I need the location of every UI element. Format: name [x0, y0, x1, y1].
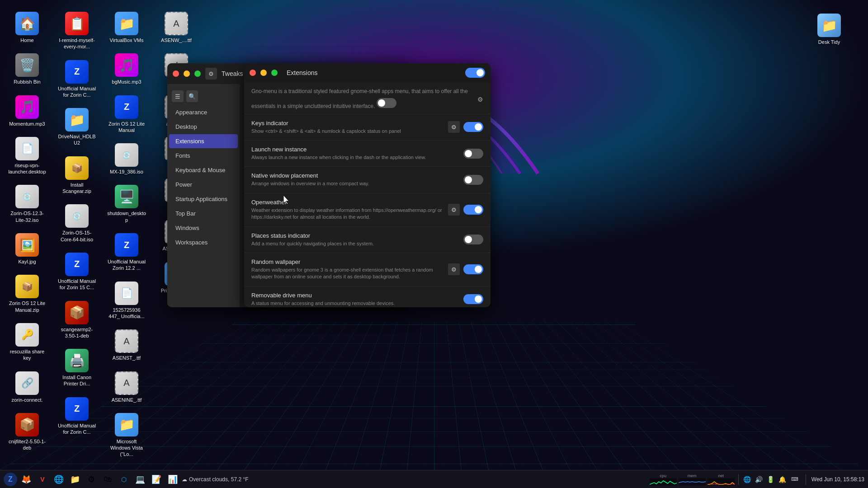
ext-gear-keys-indicator[interactable]: ⚙ [448, 121, 460, 133]
taskbar-system-monitor[interactable]: 📊 [165, 472, 180, 487]
sidebar-item-startup-applications[interactable]: Startup Applications [169, 192, 238, 206]
virtualbox-label: VirtualBox VMs [110, 37, 144, 43]
desktop-icon-zorin15-iso[interactable]: 💿 Zorin-OS-15-Core-64-bit.iso [54, 202, 99, 245]
tweaks-minimize-button[interactable] [184, 70, 190, 77]
unofficial3-label: Unofficial Manual for Zorin C... [57, 422, 97, 436]
ext-desc-launch-new-instance: Always launch a new instance when clicki… [251, 154, 459, 161]
desktop-icon-unofficial2[interactable]: Z Unofficial Manual for Zorin 15 C... [54, 250, 99, 294]
zorin12-manual-icon: 📦 [15, 275, 39, 298]
extensions-minimize-button[interactable] [260, 70, 267, 76]
tweaks-close-button[interactable] [173, 70, 179, 77]
tweaks-search-icon[interactable]: 🔍 [186, 90, 198, 102]
desktop-icon-shutdown[interactable]: 🖥️ shutdown_desktop [104, 182, 149, 226]
desk-tidy-desktop-icon[interactable]: 📁 Desk Tidy [817, 14, 841, 45]
sidebar-item-keyboard-mouse[interactable]: Keyboard & Mouse [169, 163, 238, 177]
taskbar-clock[interactable]: Wed Jun 10, 15:58:13 [811, 476, 864, 483]
desktop-icon-virtualbox[interactable]: 📁 VirtualBox VMs [104, 9, 149, 46]
desktop-icon-kayl[interactable]: 🖼️ Kayl.jpg [5, 230, 50, 267]
taskbar-text-editor[interactable]: 📝 [149, 472, 164, 487]
ext-toggle-places-status[interactable] [463, 235, 483, 244]
sidebar-item-extensions[interactable]: Extensions [169, 134, 238, 148]
desktop-icon-asenine-ttf[interactable]: A ASENINE_.ttf [104, 369, 149, 406]
extensions-close-button[interactable] [250, 70, 256, 76]
desktop-icon-zorin12-manual[interactable]: 📦 Zorin OS 12 Lite Manual.zip [5, 272, 50, 316]
desktop-icon-scangearmp[interactable]: 📦 scangearmp2-3.50-1-deb [54, 298, 99, 342]
sidebar-item-top-bar[interactable]: Top Bar [169, 206, 238, 221]
desktop-icon-zorin12-lite[interactable]: Z Zorin OS 12 Lite Manual [104, 93, 149, 136]
zorin-connect-icon: 🔗 [15, 371, 39, 395]
zorin-iso-icon: 💿 [15, 185, 39, 208]
network-tray-icon[interactable]: 🌐 [742, 474, 752, 484]
sidebar-item-fonts[interactable]: Fonts [169, 149, 238, 163]
ext-toggle-removable-drive[interactable] [463, 294, 483, 304]
desktop-icon-asenst-ttf[interactable]: A ASENST_.ttf [104, 327, 149, 364]
taskbar-virtualbox[interactable]: ⬡ [117, 472, 131, 487]
desktop-icon-cnijfilter[interactable]: 📦 cnijfilter2-5.50-1-deb [5, 410, 50, 454]
ext-toggle-launch-new-instance[interactable] [463, 149, 483, 159]
desktop-icon-mx19[interactable]: 💿 MX-19_386.iso [104, 141, 149, 178]
ext-item-launch-new-instance: Launch new instance Always launch a new … [244, 141, 491, 167]
ext-gear-openweather[interactable]: ⚙ [448, 204, 460, 216]
desktop-icon-rubbish-bin[interactable]: 🗑️ Rubbish Bin [5, 51, 50, 88]
taskbar-firefox[interactable]: 🦊 [19, 472, 33, 487]
input-method-icon[interactable]: ⌨ [789, 475, 800, 483]
desktop-icon-install-canon[interactable]: 🖨️ Install Canon Printer Dri... [54, 346, 99, 390]
desktop-icon-microsoft-windows[interactable]: 📁 Microsoft Windows Vista ("Lo... [104, 410, 149, 460]
ext-toggle-native-window-placement[interactable] [463, 175, 483, 185]
extensions-header-toggle-btn[interactable] [377, 98, 396, 108]
mx19-label: MX-19_386.iso [110, 169, 143, 175]
taskbar-chromium[interactable]: 🌐 [52, 472, 66, 487]
sidebar-item-power[interactable]: Power [169, 178, 238, 192]
ext-info-places-status: Places status indicator Add a menu for q… [251, 232, 459, 247]
desktop-icon-rescuzilla[interactable]: 🔑 rescuzilla share key [5, 320, 50, 364]
desktop-icon-momentum[interactable]: 🎵 Momentum.mp3 [5, 93, 50, 130]
tweaks-icon-bar: ☰ 🔍 [167, 88, 240, 105]
taskbar-vivaldi[interactable]: V [35, 472, 50, 487]
desktop-icon-zorin-iso[interactable]: 💿 Zorin-OS-12.3-Lite-32.iso [5, 182, 50, 226]
cnijfilter-label: cnijfilter2-5.50-1-deb [7, 438, 47, 451]
desktop-icon-drivenavy[interactable]: 📁 DriveNavi_HDLBU2 [54, 105, 99, 149]
power-tray-icon[interactable]: 🔋 [766, 474, 776, 484]
home-icon: 🏠 [15, 12, 39, 35]
extensions-maximize-button[interactable] [271, 70, 278, 76]
ext-toggle-openweather[interactable] [463, 205, 483, 215]
sidebar-item-windows[interactable]: Windows [169, 221, 238, 235]
taskbar-software[interactable]: 🛍 [100, 472, 115, 487]
install-canon-label: Install Canon Printer Dri... [57, 374, 97, 387]
kayl-icon: 🖼️ [15, 233, 39, 257]
desktop-icon-install-scangear[interactable]: 📦 Install Scangear.zip [54, 154, 99, 197]
volume-tray-icon[interactable]: 🔊 [754, 474, 764, 484]
taskbar-zorin-menu[interactable]: Z [4, 473, 17, 486]
desktop-icon-iremind[interactable]: 📋 I-remind-myself-every-mor... [54, 9, 99, 53]
ext-item-keys-indicator: Keys indicator Show <ctrl> & <shift> & <… [244, 114, 491, 141]
taskbar-terminal[interactable]: 💻 [133, 472, 147, 487]
taskbar-files[interactable]: 📁 [68, 472, 82, 487]
riseup-icon-label: riseup-vpn-launcher.desktop [7, 162, 47, 175]
system-tray: cpu mem net [650, 474, 800, 485]
sidebar-item-appearance[interactable]: Appearance [169, 105, 238, 119]
desktop-icon-unofficial4[interactable]: Z Unofficial Manual Zorin 12.2 ... [104, 230, 149, 274]
sidebar-item-workspaces[interactable]: Workspaces [169, 235, 238, 249]
desktop-icon-asenw-ttf[interactable]: A ASENW_....ttf [154, 9, 199, 46]
desktop-icon-unofficial1[interactable]: Z Unofficial Manual for Zorin C... [54, 57, 99, 101]
firefox-icon: 🦊 [21, 474, 31, 484]
ext-gear-random-wallpaper[interactable]: ⚙ [448, 263, 460, 275]
extensions-header-settings-icon[interactable]: ⚙ [477, 95, 483, 104]
tweaks-menu-icon[interactable]: ☰ [172, 90, 184, 102]
desktop-icon-zorin-connect[interactable]: 🔗 zorin-connect. [5, 369, 50, 406]
desktop-icon-scangear-num[interactable]: 📄 1525725936 447_ Unofficia... [104, 279, 149, 323]
clock-datetime: Wed Jun 10, 15:58:13 [811, 476, 864, 483]
ext-toggle-keys-indicator[interactable] [463, 122, 483, 132]
desktop-icon-bgmusic[interactable]: 🎵 bgMusic.mp3 [104, 51, 149, 88]
tweaks-maximize-button[interactable] [194, 70, 201, 77]
desktop-icon-home[interactable]: 🏠 Home [5, 9, 50, 46]
extensions-header-toggle[interactable] [465, 68, 485, 78]
notifications-tray-icon[interactable]: 🔔 [778, 474, 788, 484]
desktop-icon-unofficial3[interactable]: Z Unofficial Manual for Zorin C... [54, 394, 99, 438]
ext-toggle-random-wallpaper[interactable] [463, 264, 483, 274]
sidebar-item-desktop[interactable]: Desktop [169, 120, 238, 134]
taskbar-weather[interactable]: ☁ Overcast clouds, 57.2 °F [182, 476, 249, 483]
desktop-icon-riseup[interactable]: 📄 riseup-vpn-launcher.desktop [5, 134, 50, 178]
cpu-label: cpu [660, 474, 667, 478]
taskbar-settings[interactable]: ⚙ [84, 472, 99, 487]
